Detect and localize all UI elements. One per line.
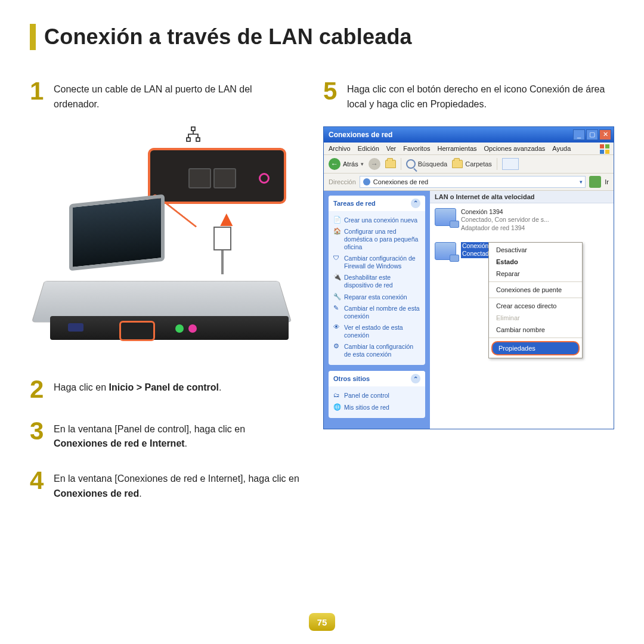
step-3: 3 En la ventana [Panel de control], haga…	[30, 419, 299, 452]
step-number: 5	[323, 79, 341, 112]
step-text-part: Haga clic en	[54, 382, 109, 392]
menu-item-disable[interactable]: Desactivar	[489, 244, 582, 256]
step-number: 4	[30, 468, 48, 501]
task-link[interactable]: ⚙Cambiar la configuración de esta conexi…	[333, 341, 420, 360]
task-link[interactable]: 🔌Deshabilitar este dispositivo de red	[333, 272, 420, 291]
forward-button[interactable]: →	[369, 158, 380, 170]
menu-item-repair[interactable]: Reparar	[489, 268, 582, 280]
laptop-screen	[69, 194, 165, 271]
task-icon: 👁	[333, 323, 340, 330]
back-label: Atrás	[343, 160, 358, 168]
step-text: En la ventana [Conexiones de red e Inter…	[54, 468, 299, 501]
network-icon	[363, 178, 371, 186]
panel-title: Tareas de red	[333, 200, 376, 207]
toolbar: ← Atrás ▾ → Búsqueda Carpetas	[324, 155, 614, 174]
tasks-sidebar: Tareas de red ⌃ 📄Crear una conexión nuev…	[324, 191, 430, 429]
connection-adapter: Adaptador de red 1394	[461, 224, 549, 233]
menu-separator	[489, 281, 582, 282]
menu-item-status[interactable]: Estado	[489, 256, 582, 268]
chevron-up-icon: ⌃	[411, 199, 420, 208]
menu-item[interactable]: Edición	[358, 145, 379, 152]
places-list: 🗂Panel de control 🌐Mis sitios de red	[329, 386, 425, 417]
back-arrow-icon: ←	[329, 158, 340, 170]
place-link[interactable]: 🗂Panel de control	[333, 390, 420, 401]
task-link[interactable]: 👁Ver el estado de esta conexión	[333, 322, 420, 341]
task-link[interactable]: ✎Cambiar el nombre de esta conexión	[333, 303, 420, 322]
svg-rect-4	[605, 144, 609, 148]
place-icon: 🌐	[333, 403, 340, 410]
task-icon: 🔌	[333, 273, 340, 280]
connection-item-1394[interactable]: Conexión 1394 Conectado, Con servidor de…	[430, 203, 614, 237]
folders-button[interactable]: Carpetas	[452, 160, 492, 168]
menu-item[interactable]: Favoritos	[403, 145, 430, 152]
search-label: Búsqueda	[418, 160, 448, 168]
task-icon: 📄	[333, 216, 340, 223]
search-button[interactable]: Búsqueda	[406, 159, 448, 169]
svg-rect-0	[191, 127, 195, 131]
step-text-bold: Inicio > Panel de control	[109, 382, 219, 392]
other-places-panel: Otros sitios ⌃ 🗂Panel de control 🌐Mis si…	[329, 371, 425, 417]
step-text: Conecte un cable de LAN al puerto de LAN…	[54, 79, 299, 112]
lan-port-highlight	[119, 321, 155, 341]
panel-header[interactable]: Tareas de red ⌃	[329, 196, 425, 211]
menu-item[interactable]: Archivo	[329, 145, 351, 152]
back-button[interactable]: ← Atrás ▾	[329, 158, 364, 170]
task-link[interactable]: 🔧Reparar esta conexión	[333, 292, 420, 303]
chevron-down-icon[interactable]: ▾	[580, 179, 583, 185]
folder-icon	[452, 160, 463, 168]
svg-rect-5	[600, 150, 604, 154]
task-link[interactable]: 🏠Configurar una red doméstica o para peq…	[333, 226, 420, 253]
menu-item[interactable]: Ayuda	[552, 145, 571, 152]
task-icon: ⚙	[333, 342, 340, 349]
menu-item[interactable]: Opciones avanzadas	[484, 145, 546, 152]
step-text-bold: Conexiones de red e Internet	[54, 438, 185, 448]
folders-label: Carpetas	[465, 160, 492, 168]
chevron-up-icon: ⌃	[411, 374, 420, 383]
place-icon: 🗂	[333, 391, 340, 398]
menu-item[interactable]: Herramientas	[438, 145, 477, 152]
step-text-part: .	[139, 488, 141, 499]
menu-item-bridge[interactable]: Conexiones de puente	[489, 284, 582, 296]
menu-item[interactable]: Ver	[386, 145, 397, 152]
panel-title: Otros sitios	[333, 375, 370, 382]
ethernet-port-icon	[188, 168, 211, 188]
up-button[interactable]	[385, 160, 396, 168]
minimize-button[interactable]: _	[573, 129, 585, 140]
place-link[interactable]: 🌐Mis sitios de red	[333, 402, 420, 413]
step-2: 2 Haga clic en Inicio > Panel de control…	[30, 377, 299, 402]
window-body: Tareas de red ⌃ 📄Crear una conexión nuev…	[324, 191, 614, 429]
step-text: En la ventana [Panel de control], haga c…	[54, 419, 299, 452]
connection-text: Conexión 1394 Conectado, Con servidor de…	[461, 208, 549, 233]
step-text-part: En la ventana [Conexiones de red e Inter…	[54, 473, 299, 484]
task-link[interactable]: 🛡Cambiar configuración de Firewall de Wi…	[333, 253, 420, 272]
search-icon	[406, 159, 416, 169]
address-input[interactable]: Conexiones de red ▾	[360, 176, 586, 188]
menubar: Archivo Edición Ver Favoritos Herramient…	[324, 143, 614, 155]
address-bar: Dirección Conexiones de red ▾ Ir	[324, 174, 614, 191]
right-column: 5 Haga clic con el botón derecho en el i…	[323, 79, 614, 516]
maximize-button[interactable]: ▢	[586, 129, 598, 140]
views-button[interactable]	[502, 158, 519, 170]
connection-status: Conectado, Con servidor de s...	[461, 216, 549, 224]
ethernet-port-icon	[213, 168, 236, 188]
go-button[interactable]	[589, 176, 601, 188]
svg-rect-2	[196, 138, 200, 141]
title-accent-bar	[30, 24, 36, 50]
connection-icon	[435, 242, 456, 260]
close-button[interactable]: ✕	[599, 129, 611, 140]
menu-item-rename[interactable]: Cambiar nombre	[489, 324, 582, 336]
vga-port-icon	[68, 323, 83, 332]
left-column: 1 Conecte un cable de LAN al puerto de L…	[30, 79, 299, 516]
task-link[interactable]: 📄Crear una conexión nueva	[333, 215, 420, 226]
menu-separator	[489, 298, 582, 298]
menu-item-shortcut[interactable]: Crear acceso directo	[489, 300, 582, 312]
section-header: LAN o Internet de alta velocidad	[430, 191, 614, 203]
panel-header[interactable]: Otros sitios ⌃	[329, 371, 425, 386]
menu-separator	[489, 338, 582, 338]
menu-item-properties[interactable]: Propiedades	[489, 340, 582, 357]
window-titlebar[interactable]: Conexiones de red _ ▢ ✕	[324, 127, 614, 143]
svg-rect-6	[605, 150, 609, 154]
step-number: 2	[30, 377, 48, 402]
connections-pane: LAN o Internet de alta velocidad Conexió…	[430, 191, 614, 429]
step-5: 5 Haga clic con el botón derecho en el i…	[323, 79, 614, 112]
